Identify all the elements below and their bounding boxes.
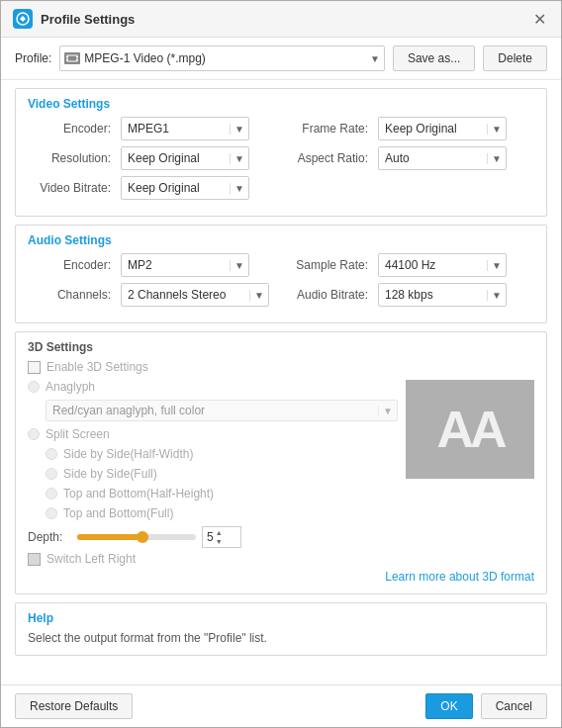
sample-rate-select[interactable]: 44100 Hz ▼ — [378, 253, 507, 277]
depth-slider-thumb[interactable] — [137, 531, 148, 543]
video-bitrate-select[interactable]: Keep Original ▼ — [121, 176, 249, 200]
audio-encoder-value: MP2 — [126, 258, 230, 272]
top-full-radio[interactable] — [46, 507, 57, 519]
depth-slider-fill — [77, 534, 142, 540]
content-area: Video Settings Encoder: MPEG1 ▼ Resoluti… — [1, 80, 561, 684]
threed-settings-title: 3D Settings — [28, 340, 534, 354]
learn-more-link[interactable]: Learn more about 3D format — [385, 570, 534, 584]
depth-down-arrow[interactable]: ▼ — [216, 537, 223, 546]
video-bitrate-label: Video Bitrate: — [28, 181, 117, 195]
resolution-select[interactable]: Keep Original ▼ — [121, 146, 249, 170]
anaglyph-select[interactable]: Red/cyan anaglyph, full color ▼ — [46, 400, 398, 421]
depth-slider-track[interactable] — [77, 534, 196, 540]
audio-settings-section: Audio Settings Encoder: MP2 ▼ Channels: … — [15, 225, 547, 323]
side-half-row: Side by Side(Half-Width) — [46, 447, 398, 461]
anaglyph-radio[interactable] — [28, 381, 40, 393]
audio-encoder-select[interactable]: MP2 ▼ — [121, 253, 249, 277]
audio-settings-columns: Encoder: MP2 ▼ Channels: 2 Channels Ster… — [28, 253, 534, 313]
svg-rect-1 — [67, 55, 77, 61]
audio-bitrate-label: Audio Bitrate: — [285, 288, 374, 302]
video-settings-title: Video Settings — [28, 97, 534, 111]
aspect-ratio-row: Aspect Ratio: Auto ▼ — [285, 146, 534, 170]
encoder-row: Encoder: MPEG1 ▼ — [28, 117, 277, 140]
side-full-label: Side by Side(Full) — [63, 467, 157, 481]
profile-select[interactable]: MPEG-1 Video (*.mpg) ▼ — [59, 46, 385, 71]
side-half-radio[interactable] — [46, 448, 57, 460]
enable-3d-label: Enable 3D Settings — [47, 360, 148, 374]
audio-bitrate-row: Audio Bitrate: 128 kbps ▼ — [285, 283, 534, 307]
footer-right: OK Cancel — [425, 693, 547, 719]
top-half-radio[interactable] — [46, 488, 57, 500]
depth-spinbox[interactable]: 5 ▲ ▼ — [202, 526, 241, 548]
profile-select-text: MPEG-1 Video (*.mpg) — [84, 51, 366, 65]
top-full-label: Top and Bottom(Full) — [63, 506, 173, 520]
channels-select[interactable]: 2 Channels Stereo ▼ — [121, 283, 269, 307]
top-full-row: Top and Bottom(Full) — [46, 506, 398, 520]
frame-rate-select[interactable]: Keep Original ▼ — [378, 117, 507, 140]
app-icon-svg — [16, 12, 30, 26]
help-section: Help Select the output format from the "… — [15, 602, 547, 656]
svg-rect-2 — [66, 56, 68, 57]
learn-more-row: Learn more about 3D format — [28, 570, 534, 584]
switch-label: Switch Left Right — [47, 552, 136, 566]
anaglyph-row: Anaglyph — [28, 380, 398, 394]
ok-button[interactable]: OK — [425, 693, 472, 719]
depth-label: Depth: — [28, 530, 71, 544]
anaglyph-option-text: Red/cyan anaglyph, full color — [50, 404, 378, 417]
save-as-button[interactable]: Save as... — [393, 46, 475, 71]
sample-rate-arrow: ▼ — [487, 260, 502, 271]
aspect-ratio-arrow: ▼ — [487, 153, 502, 164]
aspect-ratio-label: Aspect Ratio: — [285, 151, 374, 165]
channels-row: Channels: 2 Channels Stereo ▼ — [28, 283, 277, 307]
aspect-ratio-value: Auto — [383, 151, 487, 165]
channels-arrow: ▼ — [249, 290, 264, 301]
threed-settings-section: 3D Settings Enable 3D Settings Anaglyph … — [15, 331, 547, 594]
audio-settings-title: Audio Settings — [28, 233, 534, 247]
anaglyph-arrow: ▼ — [378, 406, 393, 416]
encoder-select[interactable]: MPEG1 ▼ — [121, 117, 249, 140]
side-full-radio[interactable] — [46, 468, 57, 480]
frame-rate-label: Frame Rate: — [285, 122, 374, 136]
profile-label: Profile: — [15, 51, 51, 65]
audio-encoder-row: Encoder: MP2 ▼ — [28, 253, 277, 277]
delete-button[interactable]: Delete — [483, 46, 547, 71]
audio-bitrate-arrow: ▼ — [487, 290, 502, 301]
help-text: Select the output format from the "Profi… — [28, 631, 267, 645]
svg-rect-3 — [66, 59, 68, 60]
depth-value: 5 — [207, 530, 214, 544]
resolution-label: Resolution: — [28, 151, 117, 165]
video-bitrate-arrow: ▼ — [230, 183, 244, 194]
film-icon — [66, 54, 78, 62]
aa-preview-text: AA — [436, 400, 503, 459]
encoder-arrow: ▼ — [230, 124, 244, 135]
resolution-arrow: ▼ — [230, 153, 244, 164]
split-screen-row: Split Screen — [28, 427, 398, 441]
depth-up-arrow[interactable]: ▲ — [216, 528, 223, 537]
split-screen-label: Split Screen — [46, 427, 110, 441]
profile-settings-dialog: Profile Settings ✕ Profile: MPEG-1 Video… — [0, 0, 562, 728]
threed-main: Anaglyph Red/cyan anaglyph, full color ▼… — [28, 380, 534, 566]
close-button[interactable]: ✕ — [529, 9, 549, 29]
top-half-label: Top and Bottom(Half-Height) — [63, 487, 214, 500]
dialog-title: Profile Settings — [41, 12, 135, 27]
encoder-value: MPEG1 — [126, 122, 230, 136]
enable-3d-checkbox[interactable] — [28, 361, 41, 374]
footer: Restore Defaults OK Cancel — [1, 684, 561, 727]
svg-rect-4 — [76, 56, 78, 57]
video-bitrate-row: Video Bitrate: Keep Original ▼ — [28, 176, 277, 200]
depth-row: Depth: 5 ▲ ▼ — [28, 526, 398, 548]
split-screen-radio[interactable] — [28, 428, 40, 440]
audio-bitrate-select[interactable]: 128 kbps ▼ — [378, 283, 507, 307]
title-bar-left: Profile Settings — [13, 9, 135, 29]
app-icon — [13, 9, 33, 29]
audio-right-col: Sample Rate: 44100 Hz ▼ Audio Bitrate: 1… — [285, 253, 534, 313]
sample-rate-value: 44100 Hz — [383, 258, 487, 272]
cancel-button[interactable]: Cancel — [481, 693, 547, 719]
switch-checkbox[interactable] — [28, 553, 41, 566]
depth-spinbox-arrows: ▲ ▼ — [216, 528, 223, 546]
aspect-ratio-select[interactable]: Auto ▼ — [378, 146, 507, 170]
top-half-row: Top and Bottom(Half-Height) — [46, 487, 398, 500]
restore-defaults-button[interactable]: Restore Defaults — [15, 693, 133, 719]
video-bitrate-value: Keep Original — [126, 181, 230, 195]
threed-options: Anaglyph Red/cyan anaglyph, full color ▼… — [28, 380, 398, 566]
